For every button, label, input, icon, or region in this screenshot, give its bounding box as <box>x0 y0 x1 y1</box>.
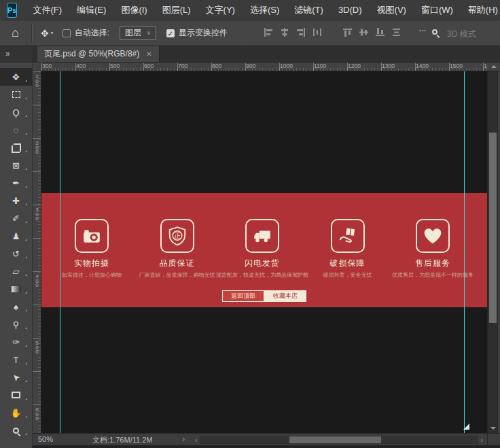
healing-brush-tool[interactable]: ✚ <box>0 192 32 209</box>
distribute-vertical-icon[interactable] <box>392 28 401 37</box>
align-center-horizontal-icon[interactable] <box>280 28 289 37</box>
gradient-tool[interactable] <box>0 280 32 298</box>
align-middle-vertical-icon[interactable] <box>359 28 369 37</box>
horizontal-scrollbar[interactable]: ‹ › <box>193 435 485 444</box>
scroll-right-arrow-icon[interactable]: › <box>478 436 485 444</box>
document-tab[interactable]: 页尾.psd @ 50%(RGB/8#) ✕ <box>37 46 160 62</box>
canvas[interactable]: 实物拍摄如实描述，让您放心购物正品质保证厂家直销，品质保障，购物无忧闪电发货现货… <box>41 71 487 433</box>
menu-item-view[interactable]: 视图(V) <box>370 0 414 20</box>
photoshop-logo[interactable]: Ps <box>7 3 17 18</box>
eyedropper-tool[interactable]: ✒ <box>0 174 32 192</box>
camera-icon <box>75 219 109 253</box>
service-item-shipping: 闪电发货现货配发，快递无忧，为商品保驾护航 <box>221 219 303 279</box>
service-item-title: 售后服务 <box>415 258 450 269</box>
menu-item-image[interactable]: 图像(I) <box>113 0 154 20</box>
guide-left[interactable] <box>60 71 60 433</box>
horizontal-scrollbar-track[interactable] <box>200 436 479 444</box>
menu-item-edit[interactable]: 编辑(E) <box>69 0 113 20</box>
brush-tool-icon: ✐ <box>12 213 20 224</box>
ruler-label: 1300 <box>382 63 395 69</box>
guide-right[interactable] <box>464 71 465 433</box>
scroll-up-arrow-icon[interactable] <box>491 65 497 68</box>
move-tool[interactable]: ✥ <box>0 68 32 86</box>
type-tool-icon: T <box>14 355 19 365</box>
service-item-title: 品质保证 <box>160 258 195 269</box>
dodge-tool[interactable]: ⚲ <box>0 315 32 333</box>
ruler-label: 300 <box>42 63 52 69</box>
menu-item-3d[interactable]: 3D(D) <box>331 0 370 20</box>
document-info: 文档:1.76M/11.2M <box>92 435 152 445</box>
menu-item-layer[interactable]: 图层(L) <box>155 0 198 20</box>
vertical-scrollbar-thumb[interactable] <box>489 133 497 323</box>
auto-select-target-dropdown[interactable]: 图层 ∨ <box>120 26 156 40</box>
zoom-tool-icon <box>13 428 19 434</box>
vertical-ruler[interactable]: 1 0 02 0 03 0 04 0 05 0 06 0 0 <box>33 71 41 433</box>
horizontal-scrollbar-thumb[interactable] <box>289 436 381 443</box>
vertical-scrollbar[interactable] <box>487 71 498 433</box>
menu-bar: Ps 文件(F)编辑(E)图像(I)图层(L)文字(Y)选择(S)滤镜(T)3D… <box>0 0 500 20</box>
lasso-tool[interactable]: Ϙ <box>0 103 32 121</box>
divider <box>240 24 240 42</box>
menu-item-filter[interactable]: 滤镜(T) <box>287 0 331 20</box>
menu-item-select[interactable]: 选择(S) <box>243 0 287 20</box>
status-flyout-arrow-icon[interactable]: › <box>182 434 185 444</box>
3d-mode-label: 3D 模式 <box>447 29 476 40</box>
pen-tool[interactable]: ✑ <box>0 333 32 351</box>
healing-brush-tool-icon: ✚ <box>12 196 20 206</box>
tab-close-icon[interactable]: ✕ <box>146 50 151 58</box>
history-brush-tool[interactable]: ↺ <box>0 245 32 262</box>
service-item-subtitle: 优质售后，为您呈现不一样的服务 <box>392 271 474 279</box>
crop-tool[interactable] <box>0 139 32 156</box>
crop-tool-icon <box>12 143 20 152</box>
auto-select-checkbox[interactable]: 自动选择: <box>62 27 109 39</box>
menu-item-window[interactable]: 窗口(W) <box>414 0 461 20</box>
canvas-row: 1 0 02 0 03 0 04 0 05 0 06 0 0 实物拍摄如实描述，… <box>33 71 500 433</box>
frame-tool-icon: ⊠ <box>12 160 20 171</box>
rectangle-tool[interactable] <box>0 386 32 404</box>
blur-tool[interactable]: ♠ <box>0 298 32 315</box>
eraser-tool[interactable]: ▱ <box>0 262 32 280</box>
canvas-resize-grip-icon[interactable] <box>463 424 469 430</box>
show-transform-checkbox[interactable]: ✓ 显示变换控件 <box>166 27 228 39</box>
service-item-title: 闪电发货 <box>245 258 280 269</box>
frame-tool[interactable]: ⊠ <box>0 156 32 174</box>
move-tool-options-icon[interactable]: ✥▾ <box>41 28 54 39</box>
hand-tool[interactable]: ✋ <box>0 404 32 421</box>
service-item-quality: 正品质保证厂家直销，品质保障，购物无忧 <box>137 219 218 279</box>
scroll-down-arrow-icon[interactable] <box>490 427 496 430</box>
align-vertical-group <box>343 28 401 37</box>
tools-panel: » ✥Ϙ◌⊠✒✚✐♟↺▱♠⚲✑T➤✋ <box>0 46 33 448</box>
rectangular-marquee-tool[interactable] <box>0 86 32 103</box>
align-bottom-icon[interactable] <box>376 28 385 37</box>
quick-selection-tool-icon: ◌ <box>14 125 19 135</box>
quick-selection-tool[interactable]: ◌ <box>0 121 32 139</box>
path-selection-tool[interactable]: ➤ <box>0 368 32 386</box>
zoom-level-field[interactable]: 50% <box>38 435 53 443</box>
type-tool[interactable]: T <box>0 351 32 368</box>
collapse-panel-button[interactable]: » <box>0 46 32 63</box>
ruler-corner[interactable] <box>33 63 41 71</box>
align-top-icon[interactable] <box>343 28 353 37</box>
service-item-real-photo: 实物拍摄如实描述，让您放心购物 <box>51 219 132 279</box>
align-right-icon[interactable] <box>296 28 306 37</box>
distribute-horizontal-icon[interactable] <box>312 28 322 37</box>
rectangular-marquee-tool-icon <box>12 91 20 98</box>
brush-tool[interactable]: ✐ <box>0 209 32 227</box>
ruler-label: 900 <box>246 63 255 69</box>
horizontal-ruler[interactable]: 3004005006007008009001000110012001300140… <box>41 63 487 71</box>
menu-item-help[interactable]: 帮助(H) <box>461 0 500 20</box>
ruler-label: 2 0 0 <box>35 141 39 155</box>
more-options-icon[interactable]: ··· <box>418 24 426 35</box>
scroll-left-arrow-icon[interactable]: ‹ <box>193 436 200 444</box>
service-item-subtitle: 破损补寄，安全无忧 <box>323 271 372 279</box>
zoom-tool[interactable] <box>0 421 32 439</box>
clone-stamp-tool[interactable]: ♟ <box>0 227 32 245</box>
document-pane: 页尾.psd @ 50%(RGB/8#) ✕ 30040050060070080… <box>33 46 500 448</box>
menu-item-type[interactable]: 文字(Y) <box>198 0 243 20</box>
home-icon[interactable]: ⌂ <box>12 26 19 40</box>
align-left-icon[interactable] <box>264 28 273 37</box>
menu-item-file[interactable]: 文件(F) <box>25 0 69 20</box>
search-icon[interactable] <box>432 29 438 35</box>
document-tab-bar: 页尾.psd @ 50%(RGB/8#) ✕ <box>33 46 500 63</box>
banner-buttons: 返回顶部 收藏本店 <box>222 290 306 302</box>
